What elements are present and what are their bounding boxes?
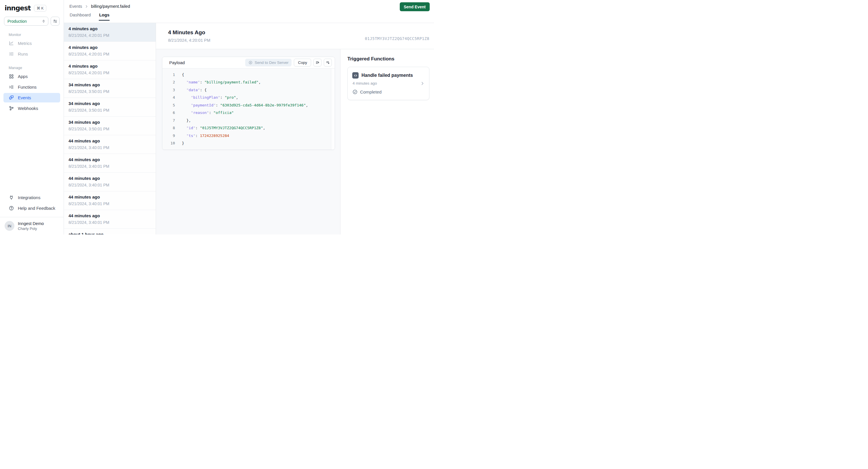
wrap-text-button[interactable] <box>313 59 321 66</box>
metrics-icon <box>9 40 14 46</box>
integrations-icon <box>9 195 14 200</box>
event-id: 01J5TMY3VJTZ2QG74QCC5RP1Z8 <box>365 36 429 41</box>
logo-row: inngest ⌘ K <box>0 0 64 12</box>
log-list-item[interactable]: 34 minutes ago8/21/2024, 3:50:01 PM <box>64 117 156 135</box>
code-content: "billingPlan": "pro", <box>175 95 238 99</box>
page-header: Events billing/payment.failed Dashboard … <box>64 0 434 23</box>
log-item-title: 44 minutes ago <box>68 138 151 143</box>
code-line: 9 "ts": 1724228925284 <box>162 132 331 139</box>
event-detail-pane: 4 Minutes Ago 8/21/2024, 4:20:01 PM 01J5… <box>156 23 434 234</box>
log-list-item[interactable]: 34 minutes ago8/21/2024, 3:50:01 PM <box>64 79 156 98</box>
code-content: } <box>175 141 184 145</box>
user-menu[interactable]: IN Inngest Demo Charly Poly <box>0 217 64 234</box>
sidebar: inngest ⌘ K Production MonitorMetricsRun… <box>0 0 64 234</box>
line-number: 1 <box>162 72 175 77</box>
sidebar-item-events[interactable]: Events <box>3 93 60 102</box>
log-list-item[interactable]: 44 minutes ago8/21/2024, 3:40:01 PM <box>64 154 156 173</box>
send-to-dev-server-button[interactable]: Send to Dev Server <box>245 59 292 66</box>
log-list-item[interactable]: 4 minutes ago8/21/2024, 4:20:01 PM <box>64 42 156 60</box>
sidebar-item-webhooks[interactable]: Webhooks <box>3 103 60 113</box>
log-item-title: 34 minutes ago <box>68 120 151 125</box>
scroll-to-bottom-button[interactable] <box>324 59 332 66</box>
log-list-item[interactable]: 4 minutes ago8/21/2024, 4:20:01 PM <box>64 23 156 42</box>
log-item-title: 34 minutes ago <box>68 82 151 87</box>
sliders-icon <box>53 19 58 24</box>
sidebar-item-label: Functions <box>18 85 36 90</box>
log-item-timestamp: 8/21/2024, 4:20:01 PM <box>68 52 151 56</box>
log-list-item[interactable]: 44 minutes ago8/21/2024, 3:40:01 PM <box>64 191 156 210</box>
tab-bar: Dashboard Logs <box>69 12 427 21</box>
runs-icon <box>9 51 14 57</box>
code-line: 8 "id": "01J5TMY3VJTZ2QG74QCC5RP1Z8", <box>162 124 331 132</box>
inngest-logo: inngest <box>5 4 31 12</box>
log-item-title: 44 minutes ago <box>68 157 151 162</box>
log-item-timestamp: 8/21/2024, 3:40:01 PM <box>68 145 151 150</box>
sidebar-item-help-and-feedback[interactable]: Help and Feedback <box>3 204 60 213</box>
webhooks-icon <box>9 105 14 111</box>
log-list-item[interactable]: 44 minutes ago8/21/2024, 3:40:01 PM <box>64 135 156 154</box>
code-content: "paymentId": "6303d925-cda5-4d64-8b2e-99… <box>175 103 308 107</box>
code-line: 2 "name": "billing/payment.failed", <box>162 79 331 86</box>
tab-logs[interactable]: Logs <box>99 12 110 21</box>
payload-title: Payload <box>169 60 185 65</box>
log-list-item[interactable]: about 1 hour ago <box>64 229 156 234</box>
log-item-title: about 1 hour ago <box>68 232 151 234</box>
log-item-title: 44 minutes ago <box>68 213 151 218</box>
log-item-timestamp: 8/21/2024, 3:40:01 PM <box>68 201 151 206</box>
sidebar-item-label: Apps <box>18 74 28 79</box>
code-content: "name": "billing/payment.failed", <box>175 80 261 84</box>
lines-arrow-down-icon <box>326 60 330 65</box>
environment-selector[interactable]: Production <box>4 17 48 26</box>
functions-icon <box>9 84 14 90</box>
line-number: 8 <box>162 126 175 130</box>
cloud-download-icon <box>248 60 253 65</box>
log-list-item[interactable]: 4 minutes ago8/21/2024, 4:20:01 PM <box>64 60 156 79</box>
log-list-item[interactable]: 34 minutes ago8/21/2024, 3:50:01 PM <box>64 98 156 117</box>
log-item-title: 4 minutes ago <box>68 26 151 31</box>
log-list-item[interactable]: 44 minutes ago8/21/2024, 3:40:01 PM <box>64 210 156 229</box>
command-k-shortcut[interactable]: ⌘ K <box>34 5 46 11</box>
sidebar-item-label: Webhooks <box>18 106 38 111</box>
line-number: 9 <box>162 133 175 138</box>
copy-button[interactable]: Copy <box>294 59 311 66</box>
environment-settings-button[interactable] <box>51 17 60 26</box>
avatar: IN <box>5 221 14 231</box>
log-list-item[interactable]: 44 minutes ago8/21/2024, 3:40:01 PM <box>64 173 156 191</box>
sidebar-item-label: Integrations <box>18 195 40 200</box>
log-item-timestamp: 8/21/2024, 4:20:01 PM <box>68 33 151 38</box>
chevron-right-icon <box>420 81 425 86</box>
sidebar-item-apps[interactable]: Apps <box>3 72 60 81</box>
code-content: "id": "01J5TMY3VJTZ2QG74QCC5RP1Z8", <box>175 126 265 130</box>
line-number: 3 <box>162 88 175 92</box>
payload-scrollbar[interactable] <box>331 68 335 150</box>
tab-dashboard[interactable]: Dashboard <box>69 12 91 21</box>
log-item-timestamp: 8/21/2024, 3:40:01 PM <box>68 164 151 168</box>
sidebar-item-label: Events <box>18 95 31 100</box>
code-content: "reason": "officia" <box>175 111 234 115</box>
workspace-row: Production <box>4 17 60 26</box>
sidebar-item-label: Metrics <box>18 41 32 46</box>
sidebar-item-runs[interactable]: Runs <box>3 49 60 59</box>
line-number: 6 <box>162 111 175 115</box>
breadcrumb-events[interactable]: Events <box>69 4 82 9</box>
payload-code-editor[interactable]: 1{2 "name": "billing/payment.failed",3 "… <box>162 68 335 150</box>
event-detail-header: 4 Minutes Ago 8/21/2024, 4:20:01 PM 01J5… <box>156 23 434 49</box>
log-item-title: 44 minutes ago <box>68 176 151 181</box>
nav-section-label-monitor: Monitor <box>9 33 60 37</box>
triggered-functions-title: Triggered Functions <box>347 56 429 62</box>
triggered-function-card[interactable]: Handle failed payments 4 minutes ago Com <box>347 67 429 100</box>
sidebar-item-label: Help and Feedback <box>18 206 55 211</box>
triggered-function-row: Handle failed payments <box>352 72 425 79</box>
send-event-button[interactable]: Send Event <box>400 2 430 11</box>
triggered-functions-region: Triggered Functions Handle failed paymen… <box>340 49 434 234</box>
breadcrumb-event-name: billing/payment.failed <box>91 4 130 9</box>
sidebar-item-metrics[interactable]: Metrics <box>3 38 60 48</box>
chevron-up-down-icon <box>41 19 46 23</box>
sidebar-item-integrations[interactable]: Integrations <box>3 193 60 202</box>
sidebar-item-functions[interactable]: Functions <box>3 82 60 92</box>
code-line: 7 }, <box>162 117 331 124</box>
nav-section-label-manage: Manage <box>9 66 60 70</box>
app-window: inngest ⌘ K Production MonitorMetricsRun… <box>0 0 434 234</box>
code-line: 4 "billingPlan": "pro", <box>162 94 331 101</box>
breadcrumb: Events billing/payment.failed <box>69 0 427 9</box>
